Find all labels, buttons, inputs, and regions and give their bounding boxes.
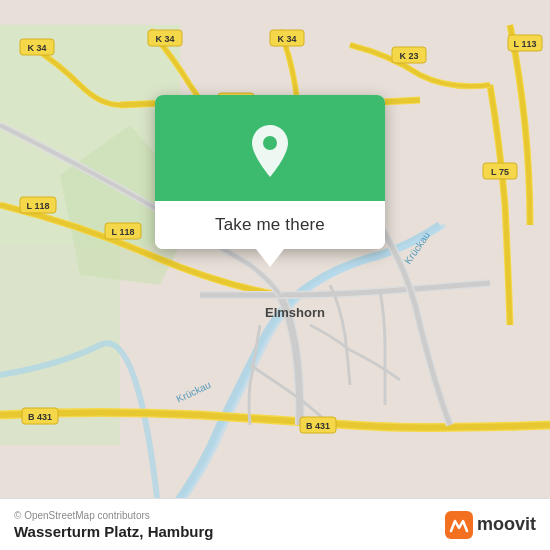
map-container: K 34 K 34 K 34 L 100 L 118 L 118 K 23 L … (0, 0, 550, 550)
moovit-text: moovit (477, 514, 536, 535)
svg-text:K 23: K 23 (399, 51, 418, 61)
map-background: K 34 K 34 K 34 L 100 L 118 L 118 K 23 L … (0, 0, 550, 550)
popup-triangle (256, 249, 284, 267)
bottom-left-info: © OpenStreetMap contributors Wasserturm … (14, 510, 214, 540)
location-name: Wasserturm Platz, Hamburg (14, 523, 214, 540)
svg-text:L 75: L 75 (491, 167, 509, 177)
svg-text:L 118: L 118 (112, 227, 135, 237)
svg-text:Elmshorn: Elmshorn (265, 305, 325, 320)
popup-green-area (155, 95, 385, 201)
take-me-there-button[interactable]: Take me there (155, 201, 385, 249)
svg-text:B 431: B 431 (306, 421, 330, 431)
moovit-icon (445, 511, 473, 539)
svg-rect-30 (445, 511, 473, 539)
copyright-text: © OpenStreetMap contributors (14, 510, 214, 521)
popup-card: Take me there (155, 95, 385, 249)
bottom-bar: © OpenStreetMap contributors Wasserturm … (0, 498, 550, 550)
location-pin-icon (247, 123, 293, 179)
svg-text:B 431: B 431 (28, 412, 52, 422)
svg-point-29 (263, 136, 277, 150)
svg-text:K 34: K 34 (155, 34, 174, 44)
svg-text:L 118: L 118 (27, 201, 50, 211)
svg-text:L 113: L 113 (514, 39, 537, 49)
moovit-logo: moovit (445, 511, 536, 539)
svg-text:K 34: K 34 (277, 34, 296, 44)
svg-text:K 34: K 34 (27, 43, 46, 53)
